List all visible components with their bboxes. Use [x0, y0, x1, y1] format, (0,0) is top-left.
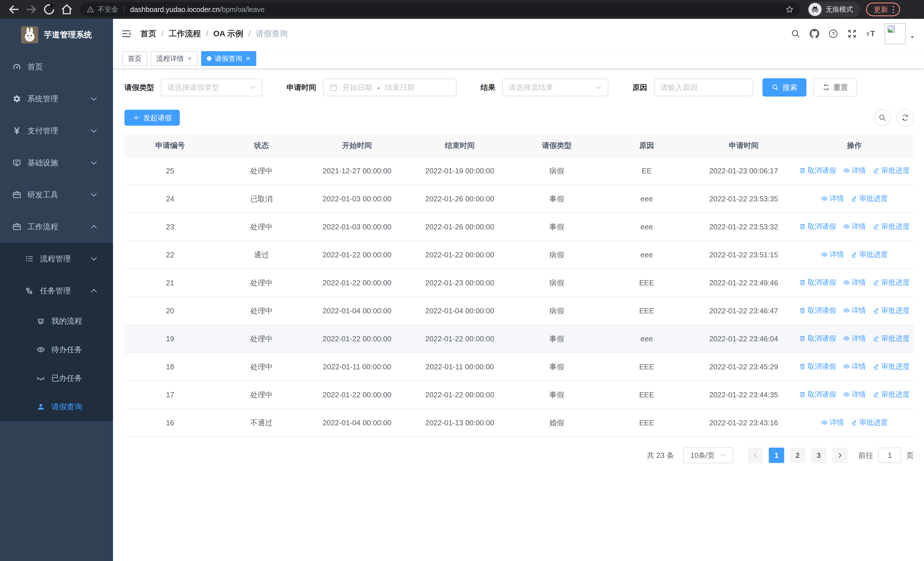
leave-type-select[interactable]: 请选择请假类型	[161, 78, 262, 96]
breadcrumb-item-首页[interactable]: 首页	[140, 28, 156, 39]
progress-action-link[interactable]: 审批进度	[873, 222, 910, 231]
cancel-action-link[interactable]: 取消请假	[799, 278, 836, 287]
progress-action-link[interactable]: 审批进度	[873, 362, 910, 371]
sidebar-item-工作流程[interactable]: 工作流程	[0, 211, 113, 243]
detail-action-link[interactable]: 详情	[821, 250, 844, 259]
sidebar-item-基础设施[interactable]: 基础设施	[0, 147, 113, 179]
breadcrumb-item-工作流程[interactable]: 工作流程	[169, 28, 201, 39]
detail-action-link[interactable]: 详情	[821, 194, 844, 203]
sidebar-item-研发工具[interactable]: 研发工具	[0, 179, 113, 211]
cell-type: 病假	[513, 278, 601, 288]
detail-action-link[interactable]: 详情	[843, 222, 866, 231]
table-row-24: 24已取消2022-01-03 00:00:002022-01-26 00:00…	[124, 185, 914, 213]
sidebar-item-label: 任务管理	[40, 286, 71, 296]
cell-type: 病假	[513, 166, 601, 176]
cell-actions: 取消请假详情审批进度	[795, 362, 914, 372]
detail-action-link[interactable]: 详情	[843, 165, 866, 175]
goto-page-input[interactable]	[878, 448, 901, 463]
progress-action-link[interactable]: 审批进度	[850, 194, 888, 203]
search-icon[interactable]	[788, 26, 804, 42]
progress-action-link[interactable]: 审批进度	[850, 250, 888, 259]
sidebar-item-我的流程[interactable]: 我的流程	[0, 307, 113, 335]
url-path[interactable]: /bpm/oa/leave	[220, 5, 264, 14]
reason-input[interactable]	[654, 78, 753, 96]
refresh-icon	[901, 114, 909, 122]
app-logo[interactable]: 芋道管理系统	[0, 19, 113, 51]
browser-home-icon[interactable]	[60, 3, 74, 16]
date-separator: -	[377, 83, 380, 92]
cancel-action-link[interactable]: 取消请假	[799, 390, 836, 399]
table-search-toggle-button[interactable]	[874, 109, 891, 126]
sidebar-item-首页[interactable]: 首页	[0, 51, 113, 83]
next-page-button[interactable]	[832, 448, 848, 463]
cell-id: 24	[124, 194, 216, 203]
progress-action-link[interactable]: 审批进度	[850, 418, 888, 427]
avatar[interactable]	[885, 23, 906, 44]
cancel-action-link[interactable]: 取消请假	[799, 165, 836, 175]
breadcrumb-separator: /	[162, 29, 164, 38]
cancel-action-link[interactable]: 取消请假	[799, 305, 836, 315]
table-refresh-button[interactable]	[897, 109, 914, 126]
address-bar[interactable]: 不安全 dashboard.yudao.iocoder.cn /bpm/oa/l…	[80, 2, 801, 17]
navbar-actions: ?TT	[785, 23, 915, 44]
progress-action-link[interactable]: 审批进度	[873, 334, 910, 343]
page-button-1[interactable]: 1	[769, 448, 784, 463]
detail-action-link[interactable]: 详情	[843, 334, 866, 343]
breadcrumb: 首页/工作流程/OA 示例/请假查询	[140, 28, 288, 39]
page-button-3[interactable]: 3	[811, 448, 826, 463]
reset-button[interactable]: 重置	[813, 78, 857, 96]
page-content: 请假类型 请选择请假类型 申请时间 开始日期 - 结束日期	[113, 69, 924, 561]
page-size-select[interactable]: 10条/页	[683, 447, 734, 463]
browser-reload-icon[interactable]	[42, 3, 56, 16]
breadcrumb-item-OA 示例[interactable]: OA 示例	[213, 28, 243, 39]
create-leave-button[interactable]: 发起请假	[124, 110, 180, 126]
sidebar-item-已办任务[interactable]: 已办任务	[0, 364, 113, 393]
fullscreen-icon[interactable]	[844, 26, 860, 42]
browser-menu-icon[interactable]	[892, 6, 894, 13]
sidebar-item-待办任务[interactable]: 待办任务	[0, 335, 113, 364]
browser-forward-icon[interactable]	[24, 3, 38, 16]
avatar-caret-icon[interactable]	[910, 35, 915, 40]
page-button-2[interactable]: 2	[790, 448, 805, 463]
cell-reason: eee	[601, 334, 692, 343]
search-button[interactable]: 搜索	[762, 78, 806, 96]
browser-update-menu[interactable]: 更新	[866, 3, 900, 16]
sidebar-item-流程管理[interactable]: 流程管理	[0, 243, 113, 275]
progress-action-link[interactable]: 审批进度	[873, 305, 910, 315]
sidebar-collapse-icon[interactable]	[121, 28, 132, 39]
cancel-action-link[interactable]: 取消请假	[799, 362, 836, 371]
tab-请假查询[interactable]: 请假查询✕	[201, 51, 256, 66]
progress-action-link[interactable]: 审批进度	[873, 278, 910, 287]
detail-action-link[interactable]: 详情	[843, 278, 866, 287]
detail-action-link[interactable]: 详情	[843, 390, 866, 399]
progress-action-link[interactable]: 审批进度	[873, 390, 910, 399]
fontsize-icon[interactable]: TT	[863, 26, 879, 42]
detail-action-link[interactable]: 详情	[821, 418, 844, 427]
sidebar-item-任务管理[interactable]: 任务管理	[0, 275, 113, 307]
sidebar-item-系统管理[interactable]: 系统管理	[0, 83, 113, 115]
sidebar-item-请假查询[interactable]: 请假查询	[0, 393, 113, 421]
security-label[interactable]: 不安全	[98, 5, 118, 14]
cell-status: 通过	[216, 250, 307, 260]
help-icon[interactable]: ?	[825, 26, 841, 42]
date-range-input[interactable]: 开始日期 - 结束日期	[323, 78, 457, 96]
progress-action-link[interactable]: 审批进度	[873, 165, 910, 175]
sidebar-item-支付管理[interactable]: 支付管理	[0, 115, 113, 147]
cancel-action-link[interactable]: 取消请假	[799, 222, 836, 231]
detail-action-link[interactable]: 详情	[843, 362, 866, 371]
cancel-action-link[interactable]: 取消请假	[799, 334, 836, 343]
github-icon[interactable]	[806, 26, 822, 42]
delete-icon	[799, 391, 806, 398]
tab-close-icon[interactable]: ✕	[246, 55, 250, 62]
detail-action-link[interactable]: 详情	[843, 305, 866, 315]
result-select[interactable]: 请选择流结果	[502, 78, 608, 96]
tab-首页[interactable]: 首页	[122, 51, 147, 66]
prev-page-button[interactable]	[748, 448, 763, 463]
cell-actions: 取消请假详情审批进度	[795, 305, 914, 316]
bookmark-star-icon[interactable]	[786, 5, 794, 14]
tab-close-icon[interactable]: ✕	[187, 55, 192, 62]
tab-流程详情[interactable]: 流程详情✕	[151, 51, 198, 66]
yen-icon	[12, 126, 21, 135]
browser-back-icon[interactable]	[7, 3, 21, 16]
url-host[interactable]: dashboard.yudao.iocoder.cn	[130, 5, 220, 14]
